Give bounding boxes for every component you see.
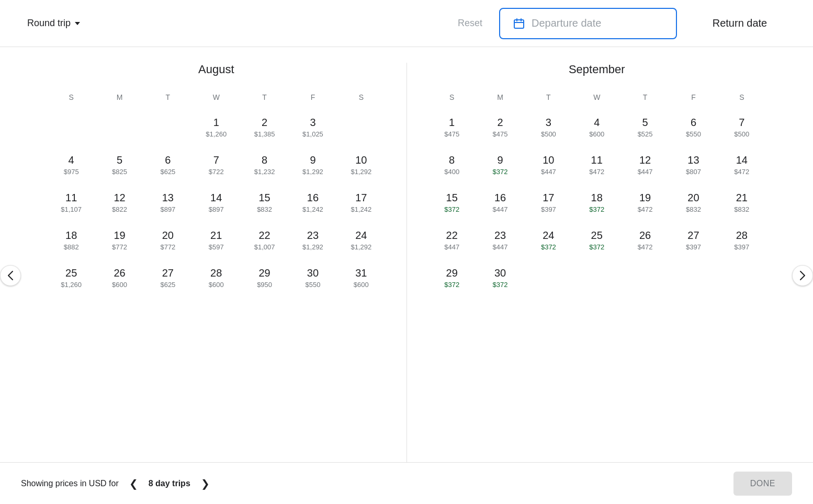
table-row[interactable]: 21$597	[192, 224, 240, 259]
next-days-button[interactable]: ❯	[197, 475, 214, 492]
table-row[interactable]: 28$600	[192, 261, 240, 297]
day-number: 20	[162, 229, 174, 242]
table-row[interactable]: 12$822	[95, 186, 143, 222]
done-button[interactable]: DONE	[733, 472, 792, 496]
table-row[interactable]: 24$1,292	[337, 224, 385, 259]
table-row[interactable]: 14$897	[192, 186, 240, 222]
table-row[interactable]: 5$825	[95, 148, 143, 184]
table-row[interactable]: 12$447	[621, 148, 669, 184]
table-row[interactable]: 4$975	[47, 148, 95, 184]
table-row[interactable]: 3$500	[524, 111, 572, 146]
table-row[interactable]: 15$372	[428, 186, 476, 222]
day-price: $600	[354, 281, 369, 289]
table-row[interactable]: 11$472	[573, 148, 621, 184]
table-row[interactable]: 7$722	[192, 148, 240, 184]
table-row[interactable]: 13$897	[144, 186, 192, 222]
prev-month-arrow[interactable]	[0, 265, 21, 286]
day-price: $772	[160, 243, 175, 251]
chevron-down-icon	[75, 22, 80, 25]
table-row[interactable]: 30$550	[289, 261, 337, 297]
table-row[interactable]: 17$397	[524, 186, 572, 222]
table-row[interactable]: 11$1,107	[47, 186, 95, 222]
return-date-button[interactable]: Return date	[687, 11, 792, 36]
next-month-arrow[interactable]	[792, 265, 813, 286]
table-row[interactable]: 18$882	[47, 224, 95, 259]
table-row[interactable]: 6$550	[669, 111, 717, 146]
table-row[interactable]: 20$832	[669, 186, 717, 222]
table-row[interactable]: 27$625	[144, 261, 192, 297]
day-price: $400	[444, 168, 459, 176]
table-row[interactable]: 22$1,007	[240, 224, 288, 259]
table-row[interactable]: 13$807	[669, 148, 717, 184]
day-number: 3	[310, 116, 315, 129]
september-calendar: September S M T W T F S 1$4752$4753$5004…	[417, 63, 777, 488]
table-row[interactable]: 6$625	[144, 148, 192, 184]
table-row[interactable]: 19$772	[95, 224, 143, 259]
table-row[interactable]: 8$1,232	[240, 148, 288, 184]
table-row[interactable]: 9$372	[476, 148, 524, 184]
table-row[interactable]: 24$372	[524, 224, 572, 259]
table-row[interactable]: 23$447	[476, 224, 524, 259]
day-number: 2	[262, 116, 267, 129]
table-row[interactable]: 18$372	[573, 186, 621, 222]
table-row[interactable]: 27$397	[669, 224, 717, 259]
day-number: 7	[739, 116, 744, 129]
table-row[interactable]: 4$600	[573, 111, 621, 146]
day-price: $1,242	[302, 205, 323, 213]
table-row[interactable]: 9$1,292	[289, 148, 337, 184]
table-row[interactable]: 26$472	[621, 224, 669, 259]
table-row[interactable]: 1$1,260	[192, 111, 240, 146]
showing-text: Showing prices in USD for ❮ 8 day trips …	[21, 475, 214, 492]
table-row[interactable]: 16$1,242	[289, 186, 337, 222]
table-row[interactable]: 15$832	[240, 186, 288, 222]
table-row[interactable]: 7$500	[718, 111, 766, 146]
day-number: 11	[65, 191, 77, 204]
table-row[interactable]: 30$372	[476, 261, 524, 297]
sep-mon-header: M	[476, 89, 524, 106]
table-row[interactable]: 17$1,242	[337, 186, 385, 222]
table-row[interactable]: 20$772	[144, 224, 192, 259]
table-row[interactable]: 21$832	[718, 186, 766, 222]
day-price: $897	[209, 205, 224, 213]
table-row[interactable]: 10$1,292	[337, 148, 385, 184]
table-row[interactable]: 3$1,025	[289, 111, 337, 146]
table-row[interactable]: 28$397	[718, 224, 766, 259]
table-row[interactable]: 10$447	[524, 148, 572, 184]
day-price: $397	[734, 243, 749, 251]
day-number: 30	[494, 267, 506, 279]
day-price: $1,292	[351, 168, 371, 176]
table-row[interactable]: 25$1,260	[47, 261, 95, 297]
day-number: 14	[736, 154, 748, 166]
table-row[interactable]: 29$372	[428, 261, 476, 297]
departure-date-button[interactable]: Departure date	[499, 8, 677, 39]
day-price: $447	[444, 243, 459, 251]
table-row[interactable]: 2$475	[476, 111, 524, 146]
round-trip-button[interactable]: Round trip	[21, 14, 86, 33]
day-price: $832	[686, 205, 701, 213]
table-row[interactable]: 25$372	[573, 224, 621, 259]
table-row[interactable]: 31$600	[337, 261, 385, 297]
table-row[interactable]: 29$950	[240, 261, 288, 297]
day-number: 25	[591, 229, 603, 242]
table-row[interactable]: 5$525	[621, 111, 669, 146]
day-number: 20	[687, 191, 699, 204]
table-row[interactable]: 1$475	[428, 111, 476, 146]
table-row[interactable]: 8$400	[428, 148, 476, 184]
day-price: $372	[589, 243, 604, 251]
table-row[interactable]: 23$1,292	[289, 224, 337, 259]
day-number: 19	[639, 191, 651, 204]
day-price: $1,260	[61, 281, 82, 289]
table-row[interactable]: 2$1,385	[240, 111, 288, 146]
table-row[interactable]: 16$447	[476, 186, 524, 222]
table-row[interactable]: 14$472	[718, 148, 766, 184]
reset-button[interactable]: Reset	[451, 14, 489, 33]
september-day-headers: S M T W T F S	[428, 89, 766, 106]
sep-sun-header: S	[428, 89, 476, 106]
day-price: $600	[112, 281, 127, 289]
table-row[interactable]: 22$447	[428, 224, 476, 259]
prev-days-button[interactable]: ❮	[125, 475, 142, 492]
day-price: $447	[493, 205, 508, 213]
table-row[interactable]: 26$600	[95, 261, 143, 297]
table-row[interactable]: 19$472	[621, 186, 669, 222]
day-price: $722	[209, 168, 224, 176]
